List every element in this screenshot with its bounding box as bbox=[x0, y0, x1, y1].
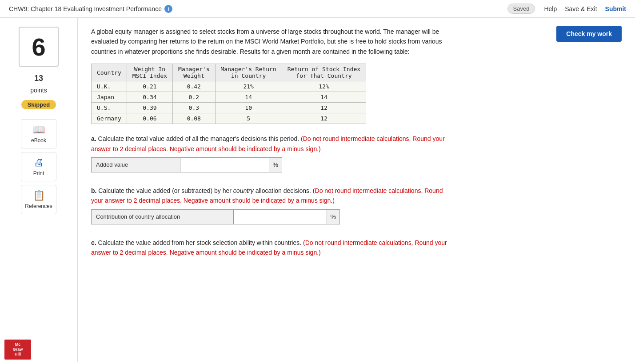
table-header-country: Country bbox=[92, 64, 127, 81]
country-italic: country bbox=[233, 187, 254, 194]
table-cell: 0.06 bbox=[127, 113, 172, 124]
table-cell: U.K. bbox=[92, 81, 127, 92]
sub-question-a-label: a. Calculate the total value added of al… bbox=[91, 134, 455, 154]
question-number-box: 6 bbox=[19, 27, 59, 67]
sidebar: 6 13 points Skipped 📖 eBook 🖨 Print 📋 Re… bbox=[0, 18, 78, 362]
table-cell: 10 bbox=[215, 103, 282, 113]
ebook-label: eBook bbox=[31, 137, 46, 144]
sub-question-b: b. Calculate the value added (or subtrac… bbox=[91, 186, 617, 224]
content-area: Check my work A global equity manager is… bbox=[78, 18, 635, 362]
sub-question-b-letter: b. bbox=[91, 187, 96, 194]
table-row: Japan0.340.21414 bbox=[92, 92, 366, 103]
sub-question-c-letter: c. bbox=[91, 239, 96, 246]
table-header-stock-return: Return of Stock Indexfor That Country bbox=[282, 64, 366, 81]
status-badge: Skipped bbox=[21, 100, 56, 109]
table-header-manager-return: Manager's Returnin Country bbox=[215, 64, 282, 81]
contribution-input[interactable] bbox=[234, 210, 327, 224]
table-cell: 0.2 bbox=[173, 92, 215, 103]
submit-button[interactable]: Submit bbox=[605, 5, 626, 12]
table-cell: 0.39 bbox=[127, 103, 172, 113]
table-cell: 0.08 bbox=[173, 113, 215, 124]
sidebar-item-print[interactable]: 🖨 Print bbox=[21, 152, 56, 181]
table-cell: 12 bbox=[282, 113, 366, 124]
nav-actions: Help Save & Exit Submit bbox=[544, 5, 626, 12]
table-cell: 0.21 bbox=[127, 81, 172, 92]
sub-question-b-highlight: (Do not round intermediate calculations.… bbox=[91, 187, 443, 204]
save-exit-link[interactable]: Save & Exit bbox=[565, 5, 597, 12]
print-icon: 🖨 bbox=[34, 157, 44, 168]
question-number: 6 bbox=[32, 32, 45, 61]
sidebar-item-references[interactable]: 📋 References bbox=[21, 185, 56, 214]
added-value-percent: % bbox=[269, 158, 282, 172]
data-table: Country Weight InMSCI Index Manager'sWei… bbox=[91, 64, 366, 124]
sidebar-item-ebook[interactable]: 📖 eBook bbox=[21, 119, 56, 148]
table-cell: 12% bbox=[282, 81, 366, 92]
table-cell: Japan bbox=[92, 92, 127, 103]
top-navigation: CHW9: Chapter 18 Evaluating Investment P… bbox=[0, 0, 635, 18]
points-label: points bbox=[30, 87, 47, 94]
title-text: CHW9: Chapter 18 Evaluating Investment P… bbox=[9, 5, 162, 12]
sub-question-a-highlight: (Do not round intermediate calculations.… bbox=[91, 135, 445, 152]
ebook-icon: 📖 bbox=[33, 124, 45, 136]
mcgraw-hill-logo: McGrawHill bbox=[4, 340, 31, 360]
table-row: Germany0.060.08512 bbox=[92, 113, 366, 124]
table-cell: 14 bbox=[215, 92, 282, 103]
table-cell: 14 bbox=[282, 92, 366, 103]
logo-text: McGrawHill bbox=[13, 342, 23, 356]
page-title: CHW9: Chapter 18 Evaluating Investment P… bbox=[9, 5, 507, 13]
contribution-label: Contribution of country allocation bbox=[92, 210, 234, 224]
table-cell: 21% bbox=[215, 81, 282, 92]
references-label: References bbox=[25, 203, 52, 209]
print-label: Print bbox=[33, 170, 44, 176]
table-cell: 5 bbox=[215, 113, 282, 124]
sub-question-c: c. Calculate the value added from her st… bbox=[91, 238, 617, 258]
saved-badge: Saved bbox=[507, 4, 535, 14]
table-header-weight-msci: Weight InMSCI Index bbox=[127, 64, 172, 81]
table-cell: 12 bbox=[282, 103, 366, 113]
sub-question-b-input-row: Contribution of country allocation % bbox=[91, 209, 340, 224]
bottom-navigation: McGrawHill ‹ Prev 6 of 13 Next › bbox=[0, 362, 635, 364]
table-cell: 0.3 bbox=[173, 103, 215, 113]
contribution-percent: % bbox=[327, 210, 339, 224]
table-row: U.K.0.210.4221%12% bbox=[92, 81, 366, 92]
help-link[interactable]: Help bbox=[544, 5, 557, 12]
table-cell: Germany bbox=[92, 113, 127, 124]
added-value-label: Added value bbox=[92, 158, 180, 172]
sub-question-a-letter: a. bbox=[91, 135, 96, 142]
table-row: U.S.0.390.31012 bbox=[92, 103, 366, 113]
sub-question-a: a. Calculate the total value added of al… bbox=[91, 134, 617, 172]
sub-question-c-highlight: (Do not round intermediate calculations.… bbox=[91, 239, 447, 256]
sub-question-c-label: c. Calculate the value added from her st… bbox=[91, 238, 455, 258]
sub-question-a-input-row: Added value % bbox=[91, 157, 282, 172]
points-value: 13 bbox=[34, 74, 43, 83]
table-header-manager-weight: Manager'sWeight bbox=[173, 64, 215, 81]
table-cell: U.S. bbox=[92, 103, 127, 113]
table-cell: 0.34 bbox=[127, 92, 172, 103]
sub-question-b-label: b. Calculate the value added (or subtrac… bbox=[91, 186, 455, 206]
main-layout: 6 13 points Skipped 📖 eBook 🖨 Print 📋 Re… bbox=[0, 18, 635, 362]
references-icon: 📋 bbox=[33, 190, 45, 201]
check-my-work-button[interactable]: Check my work bbox=[556, 26, 622, 42]
question-intro: A global equity manager is assigned to s… bbox=[91, 27, 455, 56]
info-icon[interactable]: i bbox=[164, 5, 172, 13]
added-value-input[interactable] bbox=[180, 158, 269, 172]
table-cell: 0.42 bbox=[173, 81, 215, 92]
